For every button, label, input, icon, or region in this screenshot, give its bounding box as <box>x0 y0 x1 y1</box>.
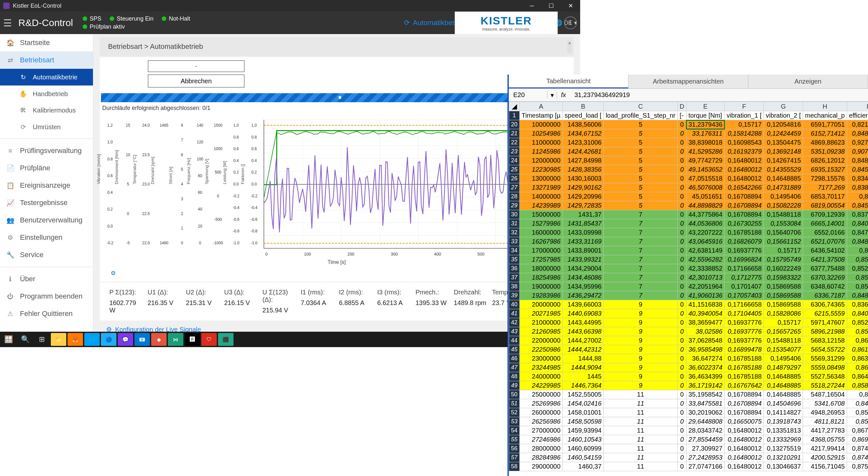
taskbar-app-10[interactable]: ⋈ <box>168 333 183 346</box>
cell-41-C[interactable]: 9 <box>603 309 678 318</box>
cell-20-F[interactable]: 0,15717 <box>724 120 764 129</box>
cell-36-F[interactable]: 0,17166658 <box>724 264 764 273</box>
cell-53-B[interactable]: 1458,50598 <box>562 417 603 426</box>
cell-25-B[interactable]: 1428,38356 <box>562 165 603 174</box>
cell-58-C[interactable]: 11 <box>603 462 678 471</box>
cell-37-G[interactable]: 0,15983322 <box>764 273 803 282</box>
cell-58-D[interactable]: 0 <box>678 462 686 471</box>
cell-46-D[interactable]: 0 <box>678 354 686 363</box>
cell-27-G[interactable]: 0,14731889 <box>764 183 803 192</box>
cell-46-C[interactable]: 9 <box>603 354 678 363</box>
cell-24-A[interactable]: 12000000 <box>520 156 563 165</box>
taskbar-app-4[interactable]: 🦊 <box>67 333 83 346</box>
cell-56-H[interactable]: 4217,99414 <box>803 444 847 453</box>
field-header[interactable]: vibration_2 [ <box>764 111 803 120</box>
cell-53-H[interactable]: 4811,8121 <box>803 417 847 426</box>
row-header-49[interactable]: 49 <box>509 381 520 390</box>
cell-48-E[interactable]: 36,4634399 <box>686 372 724 381</box>
cell-21-A[interactable]: 10254986 <box>520 129 563 138</box>
cell-40-E[interactable]: 41,1516838 <box>686 300 724 309</box>
cell-38-A[interactable]: 19000000 <box>520 282 563 291</box>
cell-57-B[interactable]: 1460,54159 <box>562 453 603 462</box>
cell-42-D[interactable]: 0 <box>678 318 686 327</box>
cell-20-E[interactable]: 31,2379436 <box>686 120 724 129</box>
cell-46-E[interactable]: 36,647274 <box>686 354 724 363</box>
cell-48-B[interactable]: 1445 <box>562 372 603 381</box>
cell-44-G[interactable]: 0,15488118 <box>764 336 803 345</box>
cell-58-G[interactable]: 0,13046637 <box>764 462 803 471</box>
cell-24-D[interactable]: 0 <box>678 156 686 165</box>
col-header-C[interactable]: C <box>603 102 678 111</box>
sidebar-item-programm-beenden[interactable]: ⏻Programm beenden <box>0 288 93 305</box>
cell-33-C[interactable]: 7 <box>603 237 678 246</box>
cell-46-A[interactable]: 23000000 <box>520 354 563 363</box>
cell-40-B[interactable]: 1439,66003 <box>562 300 603 309</box>
cell-58-B[interactable]: 1460,37 <box>562 462 603 471</box>
cell-31-G[interactable]: 0,1553084 <box>764 219 803 228</box>
cell-49-I[interactable]: 0,85863454 <box>847 381 868 390</box>
cell-54-I[interactable]: 0,86799657 <box>847 426 868 435</box>
row-header-38[interactable]: 38 <box>509 282 520 291</box>
cell-24-F[interactable]: 0,16480012 <box>724 156 764 165</box>
cell-45-C[interactable]: 9 <box>603 345 678 354</box>
cell-21-B[interactable]: 1434,67152 <box>562 129 603 138</box>
col-header-H[interactable]: H <box>803 102 847 111</box>
cell-42-I[interactable]: 0,85209286 <box>847 318 868 327</box>
window-minimize[interactable]: ─ <box>522 0 541 11</box>
col-header-I[interactable]: I <box>847 102 868 111</box>
field-header[interactable]: speed_load [ <box>562 111 603 120</box>
cell-53-F[interactable]: 0,16650075 <box>724 417 764 426</box>
cell-55-I[interactable]: 0,86953459 <box>847 435 868 444</box>
cell-50-C[interactable]: 11 <box>603 390 678 399</box>
cell-55-G[interactable]: 0,13332969 <box>764 435 803 444</box>
cell-37-D[interactable]: 0 <box>678 273 686 282</box>
cell-30-A[interactable]: 15000000 <box>520 210 563 219</box>
row-header-22[interactable]: 22 <box>509 138 520 147</box>
cell-34-C[interactable]: 7 <box>603 246 678 255</box>
cell-35-D[interactable]: 0 <box>678 255 686 264</box>
cell-49-D[interactable]: 0 <box>678 381 686 390</box>
cell-27-C[interactable]: 5 <box>603 183 678 192</box>
cell-48-D[interactable]: 0 <box>678 372 686 381</box>
row-header-48[interactable]: 48 <box>509 372 520 381</box>
row-header-33[interactable]: 33 <box>509 237 520 246</box>
cell-26-H[interactable]: 7298,15576 <box>803 174 847 183</box>
row-header-1[interactable]: 1 <box>509 111 520 120</box>
cell-43-G[interactable]: 0,15657265 <box>764 327 803 336</box>
cell-56-E[interactable]: 27,309927 <box>686 444 724 453</box>
cell-37-A[interactable]: 18254986 <box>520 273 563 282</box>
cell-26-C[interactable]: 5 <box>603 174 678 183</box>
cell-39-D[interactable]: 0 <box>678 291 686 300</box>
cell-28-D[interactable]: 0 <box>678 192 686 201</box>
cell-32-I[interactable]: 0,84779698 <box>847 228 868 237</box>
cell-24-I[interactable]: 0,84821916 <box>847 156 868 165</box>
row-header-28[interactable]: 28 <box>509 192 520 201</box>
cell-35-E[interactable]: 42,5596282 <box>686 255 724 264</box>
cell-45-G[interactable]: 0,15354077 <box>764 345 803 354</box>
cell-40-F[interactable]: 0,17166658 <box>724 300 764 309</box>
menu-icon[interactable]: ☰ <box>3 18 12 29</box>
cell-39-I[interactable]: 0,84837905 <box>847 291 868 300</box>
cell-44-E[interactable]: 37,0628548 <box>686 336 724 345</box>
cell-51-D[interactable]: 0 <box>678 399 686 408</box>
fx-icon[interactable]: fx <box>557 91 570 99</box>
field-header[interactable]: [- <box>678 111 686 120</box>
cell-43-C[interactable]: 9 <box>603 327 678 336</box>
row-header-23[interactable]: 23 <box>509 147 520 156</box>
cell-22-E[interactable]: 38,8398018 <box>686 138 724 147</box>
cell-39-F[interactable]: 0,17057403 <box>724 291 764 300</box>
cell-38-F[interactable]: 0,1701407 <box>724 282 764 291</box>
cell-41-D[interactable]: 0 <box>678 309 686 318</box>
cell-46-F[interactable]: 0,16785188 <box>724 354 764 363</box>
cell-38-D[interactable]: 0 <box>678 282 686 291</box>
cell-52-I[interactable]: 0,8543005 <box>847 408 868 417</box>
cell-58-I[interactable]: 0,87584311 <box>847 462 868 471</box>
cell-49-F[interactable]: 0,16767642 <box>724 381 764 390</box>
taskbar-app-3[interactable]: 📁 <box>51 333 66 346</box>
cell-39-B[interactable]: 1436,29472 <box>562 291 603 300</box>
cell-54-F[interactable]: 0,16480012 <box>724 426 764 435</box>
cell-40-C[interactable]: 9 <box>603 300 678 309</box>
cell-38-G[interactable]: 0,15869588 <box>764 282 803 291</box>
cell-56-D[interactable]: 0 <box>678 444 686 453</box>
cell-49-H[interactable]: 5518,27244 <box>803 381 847 390</box>
